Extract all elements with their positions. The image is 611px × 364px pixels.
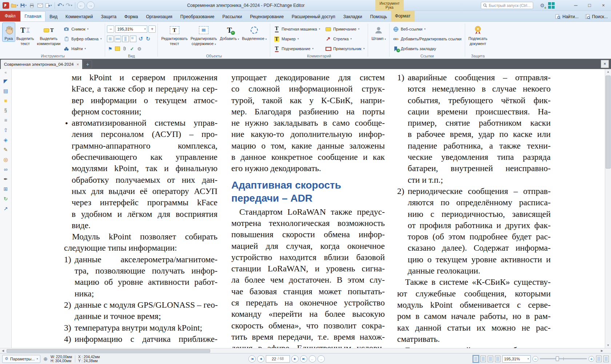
- menu-tab-accessibility[interactable]: Расширенный доступ: [288, 12, 339, 21]
- selected-object-button[interactable]: Выделенное ▾: [240, 23, 268, 42]
- rectangle-tool-button[interactable]: Прямоугольник ▾: [324, 44, 366, 53]
- copy-pages-pane-icon[interactable]: ▤: [1, 86, 10, 95]
- fit-page-status-icon[interactable]: [603, 356, 609, 362]
- single-page-layout-icon[interactable]: [473, 356, 479, 362]
- nav-back-button[interactable]: ←: [77, 1, 85, 9]
- search-button[interactable]: Поиск...: [582, 12, 611, 21]
- menu-tab-help[interactable]: Помощь: [366, 12, 391, 21]
- scroll-right-icon[interactable]: ▶: [599, 349, 605, 352]
- close-tab-icon[interactable]: ×: [76, 62, 79, 66]
- export-button[interactable]: ▾: [44, 1, 53, 10]
- fit-width-status-icon[interactable]: [596, 356, 602, 362]
- zoom-slider[interactable]: [540, 358, 587, 359]
- layers-pane-icon[interactable]: ◈: [1, 135, 10, 144]
- links-pane-icon[interactable]: ∞: [1, 165, 10, 174]
- gear-doc-icon[interactable]: ⚙: [136, 46, 142, 52]
- menu-tab-organize[interactable]: Организация: [142, 12, 176, 21]
- save-button[interactable]: ▾: [19, 1, 28, 10]
- menu-tab-file[interactable]: Файл: [0, 11, 20, 21]
- edit-content-button[interactable]: Редактировать содержимое ▾: [189, 23, 219, 47]
- horizontal-scrollbar[interactable]: ◀ ▶: [0, 348, 611, 353]
- zoom-out-slider-button[interactable]: −: [532, 356, 538, 362]
- menu-tab-review[interactable]: Рецензирование: [246, 12, 288, 21]
- pin-icon[interactable]: ⚑: [107, 46, 113, 52]
- destinations-pane-icon[interactable]: ◎: [1, 155, 10, 164]
- fields-pane-icon[interactable]: ⊞: [1, 184, 10, 193]
- comments-pane-icon[interactable]: ■: [1, 96, 10, 105]
- zoom-in-slider-button[interactable]: +: [588, 356, 594, 362]
- open-button[interactable]: ▾: [10, 1, 19, 10]
- highlight-button[interactable]: T Маркер ▾: [272, 35, 322, 43]
- undo-button[interactable]: ↶ ▾: [57, 1, 65, 10]
- menu-tab-protection[interactable]: Защита: [97, 12, 121, 21]
- options-dropdown[interactable]: ⚙ Параметры... ▾: [2, 355, 40, 363]
- add-tool-button[interactable]: ⚙ +: [538, 1, 546, 9]
- scroll-down-icon[interactable]: ▼: [605, 343, 611, 348]
- sticky-note-icon[interactable]: [114, 46, 120, 52]
- select-text-button[interactable]: T⌶ Выделить текст: [15, 23, 35, 46]
- menu-tab-form[interactable]: Форма: [120, 12, 142, 21]
- statusbar-zoom-combo[interactable]: 195,31% ▾: [502, 355, 531, 363]
- hand-tool-button[interactable]: Рука: [3, 23, 15, 41]
- first-page-button[interactable]: |◀: [248, 355, 256, 363]
- two-pages-layout-icon[interactable]: [488, 356, 493, 362]
- new-tab-button[interactable]: +: [83, 60, 92, 68]
- sign-document-button[interactable]: Подписать документ: [467, 23, 489, 46]
- arrow-tool-button[interactable]: ↗ Стрелка ▾: [324, 35, 366, 43]
- page-number-input[interactable]: 22 / 68: [266, 355, 290, 363]
- zoom-area-icon[interactable]: [130, 36, 136, 42]
- vertical-scrollbar[interactable]: ▲ ▼: [605, 69, 611, 348]
- menu-tab-view[interactable]: Вид: [45, 12, 61, 21]
- minimize-button[interactable]: ─: [569, 0, 583, 11]
- add-edit-links-button[interactable]: Добавить/Редактировать ссылки: [391, 35, 463, 43]
- view-back-button[interactable]: ←: [309, 355, 316, 363]
- add-object-button[interactable]: T+ Добавить ▾: [219, 23, 241, 42]
- print-button[interactable]: [28, 1, 36, 10]
- previous-page-button[interactable]: ◀: [257, 355, 264, 363]
- fit-width-icon[interactable]: [115, 36, 121, 42]
- select-comments-button[interactable]: T Выделить комментарии: [35, 23, 62, 46]
- scroll-left-icon[interactable]: ◀: [0, 349, 6, 352]
- attachment-icon[interactable]: [121, 46, 128, 52]
- vertical-scroll-thumb[interactable]: [606, 76, 611, 169]
- find-button[interactable]: Найти...: [552, 12, 582, 21]
- menu-tab-home[interactable]: Главная: [20, 11, 46, 21]
- document-tab[interactable]: Современная электроника_04-2024 ×: [1, 60, 82, 69]
- email-button[interactable]: [36, 1, 44, 10]
- note-button[interactable]: Примечание ▾: [324, 25, 366, 33]
- add-bookmark-button[interactable]: + Добавить закладку: [391, 44, 463, 53]
- zoom-in-button[interactable]: +: [148, 25, 156, 33]
- scroll-up-icon[interactable]: ▲: [605, 69, 611, 74]
- next-page-button[interactable]: ▶: [291, 355, 299, 363]
- history-pane-icon[interactable]: ↻: [1, 194, 10, 203]
- actual-size-icon[interactable]: [107, 36, 113, 42]
- rotate-cw-icon[interactable]: ↻: [145, 36, 151, 42]
- weblinks-button[interactable]: Веб-ссылки ▾: [391, 25, 463, 33]
- underline-button[interactable]: T Подчеркивание ▾: [272, 44, 322, 53]
- zoom-out-button[interactable]: −: [107, 25, 114, 33]
- quick-launch-search[interactable]: Быстрый запуск (Ctrl...: [481, 2, 533, 9]
- menu-tab-bookmarks[interactable]: Закладки: [339, 12, 366, 21]
- zoom-slider-handle[interactable]: [556, 356, 559, 361]
- rotate-ccw-icon[interactable]: ↺: [137, 36, 144, 42]
- fit-page-icon[interactable]: [122, 36, 129, 42]
- signatures-pane-icon[interactable]: ✒: [1, 174, 10, 183]
- collapse-rail-button[interactable]: «: [4, 70, 7, 76]
- clipboard-button[interactable]: Буфер обмена ▾: [62, 35, 103, 43]
- find-tool-button[interactable]: Найти ▾: [62, 44, 103, 53]
- typewriter-button[interactable]: T Печатная машинка ▾: [272, 25, 322, 33]
- check-doc-icon[interactable]: ✓: [129, 46, 135, 52]
- attachments-pane-icon[interactable]: §: [1, 106, 10, 115]
- export-pane-icon[interactable]: ⇧: [1, 125, 10, 134]
- pdf-page[interactable]: ми kPoint и сервером приложенияkFace, а …: [12, 69, 605, 348]
- view-forward-button[interactable]: →: [318, 355, 325, 363]
- continuous-layout-icon[interactable]: [480, 356, 486, 362]
- menu-tab-comment[interactable]: Комментарий: [61, 12, 97, 21]
- nav-forward-button[interactable]: →: [87, 1, 95, 9]
- snapshot-button[interactable]: Снимок ▾: [62, 25, 103, 33]
- zoom-level-combo[interactable]: 195,31% ▾: [115, 25, 147, 33]
- thumbnails-pane-icon[interactable]: ≡: [1, 116, 10, 125]
- menu-tab-convert[interactable]: Преобразование: [176, 12, 219, 21]
- switch-ui-button[interactable]: [547, 1, 555, 9]
- select-pane-icon[interactable]: ◤: [1, 76, 10, 85]
